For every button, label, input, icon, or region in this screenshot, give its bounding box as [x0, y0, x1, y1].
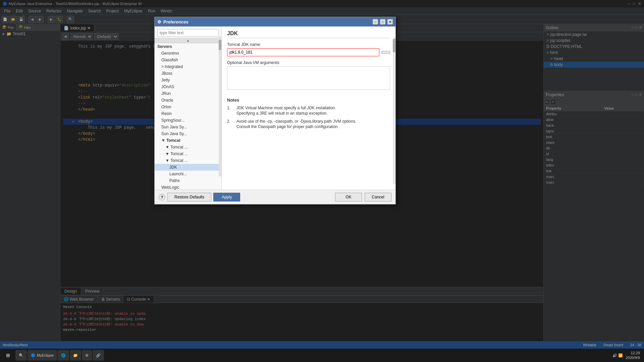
jdk-name-input[interactable]	[227, 48, 379, 56]
footer-right: OK Cancel	[335, 193, 391, 201]
taskbar-icons: 🔊 📶	[612, 353, 623, 358]
tree-item-springsource[interactable]: SpringSour...	[155, 117, 221, 124]
dialog-close-btn[interactable]: ✕	[387, 19, 393, 24]
integrated-label: Integrated	[165, 64, 183, 69]
tree-item-glassfish[interactable]: Glassfish	[155, 57, 221, 63]
expand-icon-integrated: >	[161, 64, 164, 69]
taskbar-app-eclipse[interactable]: 🔵 MyEclipse	[28, 350, 57, 361]
restore-defaults-button[interactable]: Restore Defaults	[167, 193, 211, 201]
expand-icon-tomcat2: ▼	[165, 152, 169, 156]
dialog-title-controls: ─ □ ✕	[373, 19, 393, 24]
jdk-field-row	[227, 48, 390, 56]
tree-item-oracle[interactable]: Oracle	[155, 97, 221, 104]
tomcat-label: Tomcat	[166, 138, 180, 143]
jvm-args-textarea[interactable]	[227, 66, 390, 90]
filter-input[interactable]	[157, 29, 219, 37]
tree-scrollbar[interactable]	[219, 37, 221, 176]
search-bar-taskbar[interactable]: 🔍	[15, 350, 27, 361]
note-2: 2. Avoid use of the -cp, -classpath, or …	[227, 119, 390, 129]
taskbar-explorer[interactable]: 📁	[70, 350, 81, 361]
tree-item-launch[interactable]: Launchl...	[155, 171, 221, 177]
taskbar-chrome[interactable]: 🌐	[58, 350, 69, 361]
footer-left: ? Restore Defaults Apply	[159, 193, 240, 201]
optional-jvm-label: Optional Java VM arguments:	[227, 60, 390, 65]
tomcat-jdk-label: Tomcat JDK name:	[227, 42, 390, 47]
tree-item-tomcat-2[interactable]: ▼ Tomcat ...	[155, 150, 221, 157]
eclipse-app-icon: 🔵	[31, 353, 36, 358]
preferences-dialog: ⚙ Preferences ─ □ ✕ ▲ Servers Geronimo G…	[154, 17, 396, 204]
app3-icon: 🔗	[96, 353, 101, 358]
expand-icon-tomcat: ▼	[161, 138, 165, 143]
cancel-button[interactable]: Cancel	[365, 193, 391, 201]
eclipse-app-label: MyEclipse	[37, 353, 54, 357]
ok-button[interactable]: OK	[335, 193, 362, 201]
start-button[interactable]: ⊞	[1, 349, 15, 361]
windows-taskbar: ⊞ 🔍 🔵 MyEclipse 🌐 📁 ⚙ 🔗 🔊 📶 12:29 2020/9…	[0, 349, 644, 362]
tree-item-servers[interactable]: Servers	[155, 43, 221, 50]
expand-icon-tomcat3: ▼	[165, 158, 169, 163]
note-2-text: Avoid use of the -cp, -classpath, or -Dj…	[236, 119, 390, 129]
dialog-title-left: ⚙ Preferences	[157, 19, 188, 24]
tree-item-tomcat-1[interactable]: ▼ Tomcat ...	[155, 144, 221, 150]
tree-item-jrun[interactable]: JRun	[155, 90, 221, 97]
help-button[interactable]: ?	[159, 194, 165, 200]
clock-time: 12:29	[626, 351, 640, 355]
tree-item-integrated[interactable]: > Integrated	[155, 63, 221, 70]
dialog-minimize-btn[interactable]: ─	[373, 19, 378, 24]
note-1-num: 1.	[227, 105, 234, 116]
dialog-tree-panel: ▲ Servers Geronimo Glassfish > Integrate…	[155, 26, 222, 190]
tomcat-2-label: Tomcat ...	[170, 152, 188, 156]
system-clock: 12:29 2020/9/9	[626, 351, 640, 360]
explorer-icon: 📁	[73, 353, 78, 358]
dialog-title-bar: ⚙ Preferences ─ □ ✕	[155, 17, 395, 26]
taskbar-app-3[interactable]: 🔗	[93, 350, 104, 361]
dialog-body: ▲ Servers Geronimo Glassfish > Integrate…	[155, 26, 395, 190]
dialog-content-panel: JDK Tomcat JDK name: Optional Java VM ar…	[222, 26, 395, 190]
note-2-num: 2.	[227, 119, 234, 129]
apply-button[interactable]: Apply	[213, 193, 240, 201]
tree-item-sunjavasy2[interactable]: Sun Java Sy...	[155, 130, 221, 137]
app2-icon: ⚙	[85, 353, 89, 358]
tree-item-geronimo[interactable]: Geronimo	[155, 50, 221, 57]
dialog-title-text: Preferences	[163, 19, 188, 24]
tree-item-jonas[interactable]: JOnAS	[155, 83, 221, 90]
notes-title: Notes	[227, 98, 390, 103]
tree-item-tomcat[interactable]: ▼ Tomcat	[155, 137, 221, 144]
note-1-text: JDK Virtual Machine must specify a full …	[236, 105, 390, 116]
dialog-footer: ? Restore Defaults Apply OK Cancel	[155, 190, 395, 204]
add-jdk-button[interactable]	[381, 51, 390, 54]
scroll-up-button[interactable]: ▲	[155, 38, 221, 43]
taskbar-right: 🔊 📶 12:29 2020/9/9	[612, 351, 643, 360]
tree-item-orion[interactable]: Orion	[155, 104, 221, 110]
tree-item-jetty[interactable]: Jetty	[155, 77, 221, 83]
taskbar-app-2[interactable]: ⚙	[82, 350, 92, 361]
expand-icon-tomcat1: ▼	[165, 145, 169, 149]
tree-scrollbar-thumb[interactable]	[219, 40, 221, 50]
tree-item-jboss[interactable]: JBoss	[155, 70, 221, 77]
tree-item-resin[interactable]: Resin	[155, 110, 221, 117]
content-scrollbar[interactable]	[393, 37, 395, 184]
jdk-section-title: JDK	[227, 31, 390, 38]
tomcat-1-label: Tomcat ...	[170, 145, 188, 149]
tree-item-jdk[interactable]: JDK	[155, 164, 221, 171]
tomcat-3-label: Tomcat ...	[170, 158, 188, 163]
dialog-icon: ⚙	[157, 19, 161, 24]
tree-item-weblogic[interactable]: WebLogic	[155, 184, 221, 190]
tree-item-sunjavasy1[interactable]: Sun Java Sy...	[155, 124, 221, 130]
tree-item-paths[interactable]: Paths	[155, 177, 221, 184]
note-1: 1. JDK Virtual Machine must specify a fu…	[227, 105, 390, 116]
content-scrollbar-thumb[interactable]	[393, 39, 395, 52]
clock-date: 2020/9/9	[626, 355, 640, 360]
notes-section: Notes 1. JDK Virtual Machine must specif…	[227, 98, 390, 129]
search-taskbar-icon: 🔍	[19, 353, 23, 358]
dialog-maximize-btn[interactable]: □	[380, 19, 385, 24]
tree-item-tomcat-3[interactable]: ▼ Tomcat ...	[155, 157, 221, 164]
chrome-icon: 🌐	[61, 353, 66, 358]
